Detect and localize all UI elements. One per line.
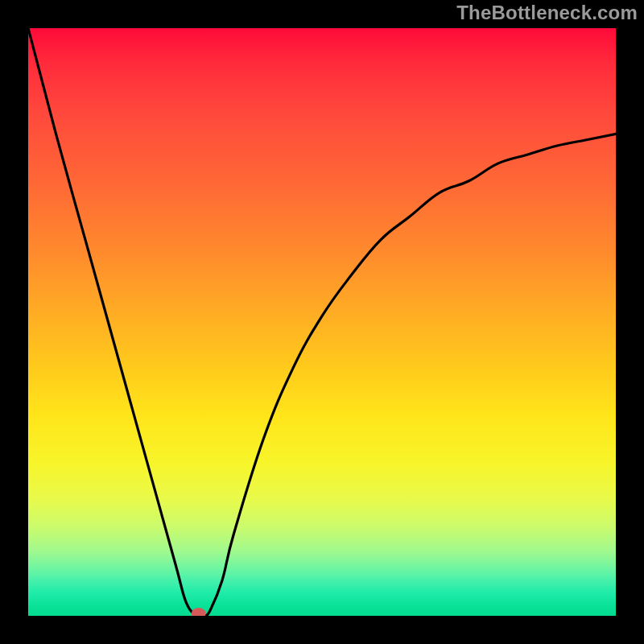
chart-frame: TheBottleneck.com	[0, 0, 644, 644]
minimum-marker	[192, 608, 206, 616]
watermark-text: TheBottleneck.com	[456, 2, 638, 24]
bottleneck-curve	[28, 28, 616, 616]
curve-layer	[28, 28, 616, 616]
plot-area	[28, 28, 616, 616]
